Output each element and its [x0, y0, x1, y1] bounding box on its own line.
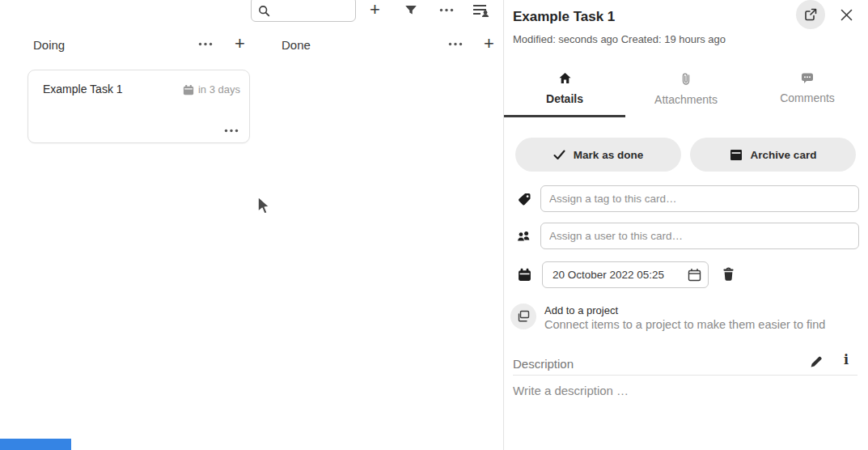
add-to-project-subtitle: Connect items to a project to make them …	[544, 318, 825, 331]
calendar-icon	[518, 268, 531, 285]
progress-bar	[0, 439, 71, 450]
check-icon	[553, 150, 565, 160]
panel-tabs: Details Attachments Comments	[504, 68, 868, 115]
tab-details[interactable]: Details	[504, 68, 625, 115]
tab-details-label: Details	[546, 92, 583, 105]
mark-as-done-label: Mark as done	[574, 149, 643, 161]
add-to-project-button[interactable]	[510, 304, 536, 329]
column-doing-more-icon[interactable]	[198, 42, 213, 46]
task-card[interactable]: Example Task 1 in 3 days	[28, 70, 250, 143]
search-icon	[258, 5, 270, 17]
archive-card-label: Archive card	[751, 149, 817, 161]
mark-as-done-button[interactable]: Mark as done	[515, 138, 681, 172]
panel-title: Example Task 1	[513, 9, 615, 25]
description-label: Description	[513, 357, 574, 371]
home-icon	[558, 72, 572, 85]
mouse-cursor	[256, 196, 272, 220]
due-date-field[interactable]: 20 October 2022 05:25	[542, 261, 709, 288]
comment-icon	[801, 72, 814, 84]
archive-card-button[interactable]: Archive card	[690, 138, 856, 172]
card-more-icon[interactable]	[224, 129, 239, 133]
column-doing-add-button[interactable]: +	[235, 35, 245, 53]
add-card-button[interactable]: +	[370, 1, 380, 19]
panel-meta: Modified: seconds ago Created: 19 hours …	[513, 33, 726, 45]
column-done-more-icon[interactable]	[448, 42, 463, 46]
tab-comments[interactable]: Comments	[747, 68, 868, 115]
assign-user-input[interactable]	[540, 223, 859, 249]
tab-attachments-label: Attachments	[654, 93, 718, 106]
add-to-project-title[interactable]: Add to a project	[544, 304, 618, 316]
board-more-icon[interactable]	[439, 8, 454, 12]
archive-icon	[730, 149, 743, 161]
export-icon	[804, 8, 817, 21]
delete-date-icon[interactable]	[722, 267, 735, 285]
tab-comments-label: Comments	[780, 91, 835, 104]
search-input[interactable]	[273, 1, 350, 13]
close-icon[interactable]	[838, 6, 854, 23]
column-title-doing: Doing	[33, 38, 65, 52]
tab-attachments[interactable]: Attachments	[625, 68, 747, 115]
column-done-add-button[interactable]: +	[484, 35, 494, 53]
users-icon	[516, 230, 531, 246]
app-window: + Doing + Done + Example Task 1 in 3 day…	[0, 0, 868, 450]
tag-icon	[518, 193, 531, 210]
date-picker-icon[interactable]	[688, 268, 701, 282]
column-title-done: Done	[282, 38, 311, 52]
description-divider	[513, 375, 857, 376]
filter-icon[interactable]	[404, 5, 417, 17]
edit-description-icon[interactable]	[810, 354, 824, 371]
card-due-label: in 3 days	[198, 83, 240, 96]
paperclip-icon	[680, 72, 692, 86]
open-in-window-button[interactable]	[796, 0, 825, 29]
card-title: Example Task 1	[43, 83, 123, 96]
project-icon	[517, 310, 530, 323]
assign-tag-input[interactable]	[540, 185, 859, 212]
calendar-icon	[183, 84, 194, 96]
search-input-wrap[interactable]	[251, 0, 356, 22]
description-placeholder[interactable]: Write a description …	[513, 384, 629, 397]
card-due: in 3 days	[183, 83, 240, 96]
assignee-view-icon[interactable]	[473, 4, 489, 18]
info-icon[interactable]: i	[844, 354, 849, 367]
due-date-value: 20 October 2022 05:25	[553, 269, 688, 281]
